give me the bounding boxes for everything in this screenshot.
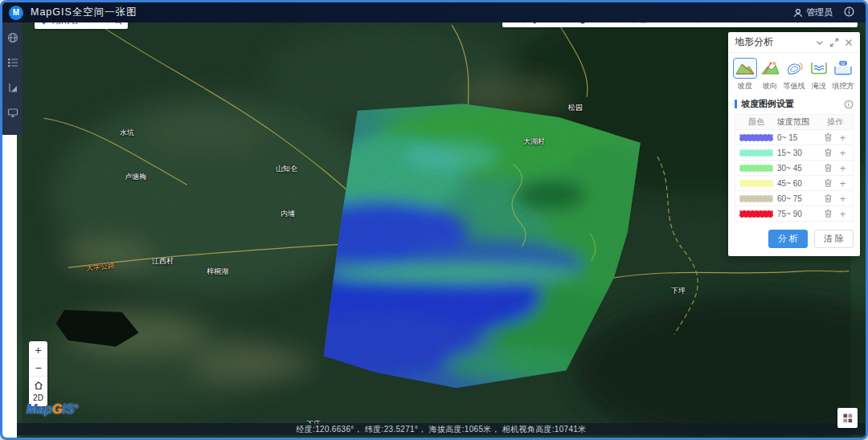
map-label: 水坑: [120, 128, 134, 138]
svg-text:N: N: [772, 61, 776, 66]
map-label: 内埔: [280, 209, 295, 219]
tool-contour[interactable]: 等值线: [782, 58, 806, 92]
legend-section-header: 坡度图例设置: [728, 95, 860, 112]
user-menu[interactable]: 管理员: [793, 6, 833, 18]
color-swatch[interactable]: [739, 180, 773, 187]
cutfill-icon: 60: [831, 58, 855, 79]
color-swatch[interactable]: [739, 134, 773, 141]
collapse-icon[interactable]: [815, 38, 825, 47]
tool-label: 填挖方: [832, 81, 854, 92]
zoom-controls: + −: [29, 341, 47, 394]
legend-section-title: 坡度图例设置: [741, 98, 794, 110]
tool-label: 坡向: [762, 81, 776, 92]
tool-cutfill[interactable]: 60 填挖方: [831, 58, 855, 92]
left-sidebar: [2, 22, 23, 135]
tool-aspect[interactable]: N 坡向: [758, 58, 782, 92]
clear-button[interactable]: 清 除: [814, 230, 854, 248]
app-window: M MapGIS全空间一张图 管理员: [0, 0, 868, 440]
add-row-icon[interactable]: +: [840, 132, 846, 143]
cutfill-badge: 60: [841, 62, 845, 66]
tool-label: 等值线: [783, 81, 805, 92]
slope-range: 15~ 30: [777, 149, 817, 157]
color-swatch[interactable]: [739, 149, 773, 157]
slope-legend-table: 颜色 坡度范围 操作 0~ 15 + 15~ 30: [735, 114, 854, 222]
mapgis-logo-icon: M: [9, 6, 23, 20]
status-bar: 经度:120.6636°， 纬度:23.5271°， 海拔高度:1065米， 相…: [17, 423, 866, 435]
delete-row-icon[interactable]: [825, 210, 832, 218]
add-row-icon[interactable]: +: [840, 148, 846, 158]
topbar: M MapGIS全空间一张图 管理员: [2, 2, 866, 22]
delete-row-icon[interactable]: [825, 179, 832, 187]
section-info-icon[interactable]: [844, 100, 854, 109]
slope-range: 30~ 45: [777, 164, 817, 173]
legend-row: 60~ 75 +: [735, 191, 853, 206]
globe-3d-icon[interactable]: [7, 32, 18, 43]
monitor-icon[interactable]: [7, 107, 18, 118]
contour-icon: [782, 58, 806, 79]
analyze-button[interactable]: 分 析: [768, 230, 808, 248]
delete-row-icon[interactable]: [825, 164, 832, 172]
terrain-slope-icon[interactable]: [7, 82, 18, 93]
left-sidebar-lower: [2, 135, 17, 438]
add-row-icon[interactable]: +: [840, 194, 846, 204]
zoom-out-button[interactable]: −: [29, 359, 47, 377]
mapgis-watermark: MapGIS®: [27, 402, 79, 417]
map-label: 江西村: [152, 256, 174, 267]
col-color: 颜色: [735, 116, 777, 128]
info-icon[interactable]: [844, 6, 854, 20]
user-icon: [793, 8, 803, 18]
legend-row: 15~ 30 +: [735, 145, 853, 161]
col-ops: 操作: [817, 116, 853, 128]
section-accent-bar: [735, 100, 737, 108]
slope-range: 45~ 60: [777, 179, 817, 188]
camera-coordinates: 经度:120.6636°， 纬度:23.5271°， 海拔高度:1065米， 相…: [297, 424, 587, 435]
overview-grid-button[interactable]: [837, 408, 858, 428]
legend-row: 45~ 60 +: [735, 176, 853, 191]
legend-row: 30~ 45 +: [735, 161, 853, 176]
panel-title: 地形分析: [735, 35, 773, 49]
delete-row-icon[interactable]: [825, 133, 832, 141]
layer-list-icon[interactable]: [7, 57, 18, 68]
map-label: 山知仑: [276, 164, 297, 174]
panel-buttons: 分 析 清 除: [728, 222, 860, 256]
tool-slope[interactable]: 坡度: [733, 58, 757, 92]
slope-range: 75~ 90: [777, 210, 817, 218]
color-swatch[interactable]: [739, 165, 773, 172]
panel-header: 地形分析: [728, 32, 860, 53]
legend-row: 0~ 15 +: [735, 130, 853, 145]
map-label: 梓桐湖: [207, 267, 228, 277]
expand-icon[interactable]: [829, 38, 839, 47]
terrain-analysis-panel: 地形分析 坡度 N 坡向: [728, 32, 860, 256]
slope-range: 60~ 75: [777, 194, 817, 203]
aspect-icon: N: [758, 58, 782, 79]
flood-icon: [807, 58, 831, 79]
analysis-tools: 坡度 N 坡向 等值线 淹没: [728, 53, 860, 95]
map-label: 卢塘梅: [125, 172, 146, 182]
close-icon[interactable]: [844, 38, 854, 47]
map-label: 大湖村: [523, 136, 545, 147]
map-label: 下坪: [671, 286, 686, 296]
add-row-icon[interactable]: +: [840, 209, 846, 219]
slope-icon: [733, 58, 757, 79]
slope-range: 0~ 15: [777, 133, 817, 142]
user-name: 管理员: [806, 6, 833, 18]
zoom-in-button[interactable]: +: [29, 341, 47, 359]
map-label: 松园: [568, 103, 583, 113]
add-row-icon[interactable]: +: [840, 178, 846, 189]
legend-header-row: 颜色 坡度范围 操作: [735, 115, 853, 130]
delete-row-icon[interactable]: [825, 149, 832, 157]
color-swatch[interactable]: [739, 195, 773, 202]
tool-label: 淹没: [811, 81, 825, 92]
col-range: 坡度范围: [777, 116, 817, 128]
app-title: MapGIS全空间一张图: [31, 6, 137, 19]
tool-label: 坡度: [738, 81, 752, 92]
add-row-icon[interactable]: +: [840, 163, 846, 173]
delete-row-icon[interactable]: [825, 194, 832, 202]
color-swatch[interactable]: [739, 210, 773, 218]
tool-flood[interactable]: 淹没: [807, 58, 831, 92]
grid-icon: [843, 414, 853, 423]
legend-row: 75~ 90 +: [735, 206, 853, 222]
